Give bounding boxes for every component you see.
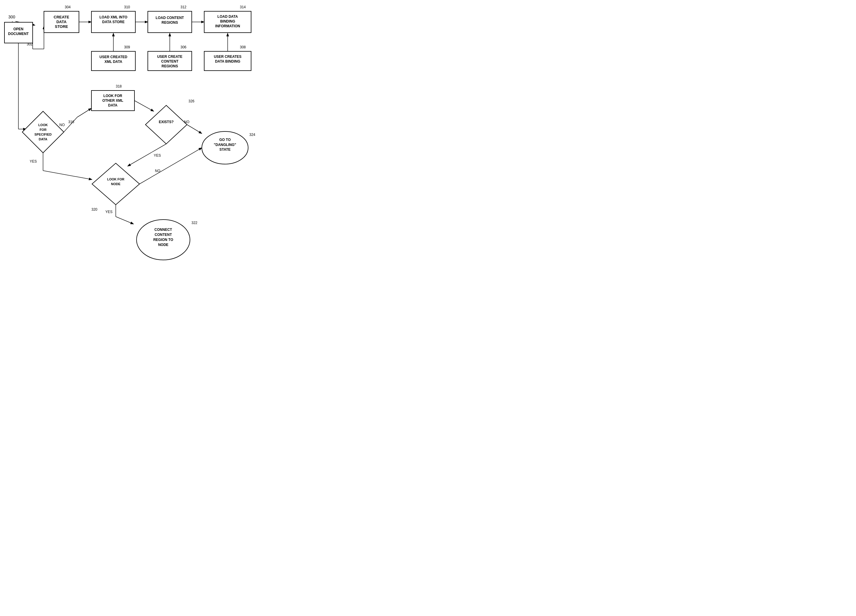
svg-text:YES: YES [30,159,37,163]
svg-text:LOAD DATA: LOAD DATA [217,15,238,19]
svg-text:NODE: NODE [158,243,169,247]
svg-text:STATE: STATE [219,147,231,152]
svg-text:"DANGLING": "DANGLING" [214,143,236,147]
svg-text:NODE: NODE [111,182,120,186]
svg-text:326: 326 [188,99,194,103]
svg-text:316: 316 [68,120,74,124]
svg-text:USER CREATES: USER CREATES [214,55,241,59]
svg-text:REGIONS: REGIONS [162,64,178,68]
svg-text:INFORMATION: INFORMATION [215,24,240,28]
svg-text:DATA: DATA [56,20,67,24]
svg-text:USER CREATE: USER CREATE [157,55,182,59]
svg-text:NO: NO [155,169,160,173]
svg-text:USER CREATED: USER CREATED [99,55,127,59]
svg-text:DATA BINDING: DATA BINDING [215,59,240,63]
svg-text:REGIONS: REGIONS [162,20,178,25]
svg-text:REGION TO: REGION TO [153,238,173,242]
main-diagram-svg: 300 OPEN DOCUMENT 302 CREATE DATA STORE … [0,0,428,308]
svg-text:302: 302 [27,42,33,46]
svg-text:YES: YES [105,210,112,214]
svg-text:322: 322 [191,221,197,225]
svg-text:LOAD CONTENT: LOAD CONTENT [155,16,184,20]
svg-text:DATA: DATA [108,103,117,108]
svg-text:DOCUMENT: DOCUMENT [8,32,29,36]
svg-text:OTHER XML: OTHER XML [102,98,123,103]
svg-text:YES: YES [154,154,161,158]
svg-text:NO: NO [59,123,65,127]
svg-text:306: 306 [180,45,186,49]
svg-text:314: 314 [240,5,246,9]
svg-text:LOOK: LOOK [38,123,48,127]
svg-text:LOOK FOR: LOOK FOR [103,94,122,98]
svg-text:BINDING: BINDING [220,19,236,23]
svg-text:STORE: STORE [55,25,68,29]
svg-text:FOR: FOR [40,128,46,131]
svg-text:CONNECT: CONNECT [154,227,172,232]
svg-text:304: 304 [65,5,71,9]
svg-text:CONTENT: CONTENT [161,59,179,63]
svg-text:LOOK FOR: LOOK FOR [107,177,125,181]
svg-text:312: 312 [180,5,186,9]
svg-text:LOAD XML INTO: LOAD XML INTO [99,15,127,19]
svg-text:DATA STORE: DATA STORE [102,20,125,24]
svg-text:308: 308 [240,45,246,49]
svg-text:320: 320 [91,207,97,212]
svg-text:XML DATA: XML DATA [105,60,122,64]
svg-text:324: 324 [249,133,255,137]
svg-text:DATA: DATA [39,137,48,141]
svg-text:CREATE: CREATE [54,15,69,19]
svg-text:GO TO: GO TO [219,138,231,142]
svg-text:309: 309 [124,45,130,49]
svg-text:SPECIFIED: SPECIFIED [34,133,52,136]
svg-text:CONTENT: CONTENT [155,233,172,237]
svg-text:OPEN: OPEN [13,27,23,31]
svg-text:310: 310 [124,5,130,9]
svg-text:NO: NO [184,120,189,124]
svg-text:EXISTS?: EXISTS? [159,120,174,124]
svg-text:318: 318 [116,84,122,88]
svg-text:300: 300 [8,15,15,19]
